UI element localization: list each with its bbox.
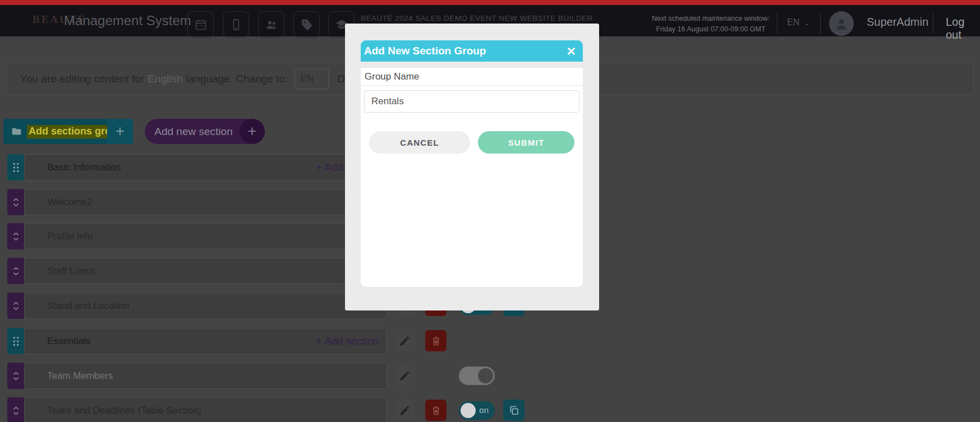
section-row: Team Members	[0, 363, 980, 389]
cancel-button[interactable]: CANCEL	[369, 131, 470, 154]
section-group-box: Essentials + Add section	[24, 328, 387, 354]
section-group-row: Essentials + Add section	[0, 328, 980, 354]
section-box: Team Members	[24, 363, 387, 389]
submit-button[interactable]: SUBMIT	[478, 131, 574, 154]
reorder-handle[interactable]	[7, 397, 24, 422]
add-new-section-label: Add new section	[154, 126, 232, 138]
chevron-up-down-icon	[11, 300, 21, 312]
nav-calendar-button[interactable]	[187, 11, 214, 38]
username: SuperAdmin	[867, 16, 928, 29]
section-group-box: Basic Information + Add section	[24, 154, 387, 180]
maintenance-line1: Next scheduled maintenance window:	[649, 13, 772, 24]
plus-icon: +	[107, 119, 133, 144]
people-icon	[265, 18, 278, 31]
edit-button[interactable]	[394, 400, 415, 421]
group-name-label: Group Name	[365, 71, 419, 82]
change-language-value: EN	[301, 73, 314, 85]
add-sections-group-button[interactable]: Add sections group +	[3, 119, 133, 144]
navbar-language-select[interactable]: EN ⌄	[787, 17, 810, 27]
person-icon	[833, 15, 850, 32]
pencil-icon	[399, 335, 411, 347]
reorder-handle[interactable]	[7, 258, 24, 284]
copy-icon	[508, 405, 520, 416]
section-row: Tasks and Deadlines (Table Section) on	[0, 397, 980, 422]
maintenance-notice: Next scheduled maintenance window: Frida…	[649, 13, 772, 35]
chevron-down-icon: ⌄	[804, 19, 810, 27]
visibility-toggle[interactable]: on	[459, 401, 495, 420]
grip-dots-icon	[11, 336, 21, 347]
change-language-select[interactable]: EN ⌄	[295, 69, 329, 89]
plus-icon: +	[240, 119, 265, 144]
pencil-icon	[399, 405, 411, 416]
chevron-down-icon: ⌄	[318, 75, 323, 82]
delete-button[interactable]	[425, 330, 447, 351]
screen: BEAUTÉ Management System	[0, 0, 980, 422]
grip-dots-icon	[11, 162, 21, 173]
reorder-handle[interactable]	[7, 223, 24, 249]
reorder-handle[interactable]	[7, 189, 24, 215]
avatar[interactable]	[829, 11, 854, 36]
section-box: Welcome2	[24, 189, 387, 215]
visibility-toggle[interactable]	[459, 367, 495, 385]
delete-button[interactable]	[425, 400, 447, 421]
maintenance-line2: Friday 16 August 07:00-09:00 GMT	[649, 24, 772, 35]
dialog-header: Add New Section Group ✕	[361, 40, 583, 62]
section-title: Stand and Location	[47, 300, 130, 312]
section-title: Welcome2	[47, 197, 92, 208]
drag-handle[interactable]	[7, 154, 24, 180]
group-name-input[interactable]	[364, 90, 579, 113]
drag-handle[interactable]	[7, 328, 24, 354]
duplicate-button[interactable]	[503, 400, 524, 421]
dialog-body: Group Name CANCEL SUBMIT	[361, 68, 583, 287]
add-section-link[interactable]: + Add section	[316, 335, 379, 347]
close-icon: ✕	[566, 45, 576, 58]
nav-mobile-button[interactable]	[223, 11, 249, 38]
chevron-up-down-icon	[11, 370, 21, 382]
modal-backdrop: Add New Section Group ✕ Group Name CANCE…	[345, 24, 599, 310]
dialog-title: Add New Section Group	[364, 45, 486, 57]
close-button[interactable]: ✕	[566, 45, 576, 57]
folder-icon	[11, 126, 22, 137]
edit-button[interactable]	[394, 365, 415, 386]
logout-link[interactable]: Log out	[946, 16, 980, 41]
add-new-section-button[interactable]: Add new section +	[145, 119, 265, 144]
divider	[933, 13, 933, 34]
section-title: Staff Lunch	[47, 266, 95, 277]
section-box: Stand and Location	[24, 293, 387, 319]
reorder-handle[interactable]	[7, 293, 24, 319]
section-box: Tasks and Deadlines (Table Section)	[24, 397, 387, 422]
toggle-knob	[461, 403, 476, 418]
mobile-icon	[229, 18, 243, 31]
top-accent-bar	[0, 0, 980, 5]
section-title: Tasks and Deadlines (Table Section)	[47, 405, 201, 416]
info-text-middle: language. Change to:	[186, 73, 288, 85]
section-group-title: Basic Information	[47, 162, 121, 173]
edit-button[interactable]	[394, 330, 415, 351]
app-title: Management System	[64, 13, 191, 29]
add-section-group-dialog: Add New Section Group ✕ Group Name CANCE…	[361, 40, 583, 287]
divider	[777, 13, 777, 34]
section-title: Profile Info	[47, 231, 93, 242]
reorder-handle[interactable]	[7, 363, 24, 389]
calendar-icon	[194, 18, 208, 31]
section-box: Profile Info	[24, 223, 387, 249]
trash-icon	[430, 335, 442, 347]
chevron-up-down-icon	[11, 266, 21, 277]
toggle-label: on	[479, 405, 489, 415]
toggle-knob	[478, 368, 493, 383]
current-language: English	[148, 73, 182, 85]
event-title: BEAUTÉ 2024 SALES DEMO EVENT NEW WEBSITE…	[359, 14, 595, 22]
pencil-icon	[399, 370, 411, 382]
nav-tag-button[interactable]	[293, 11, 320, 38]
chevron-up-down-icon	[11, 231, 21, 242]
nav-people-button[interactable]	[258, 11, 284, 38]
divider	[820, 13, 821, 34]
chevron-up-down-icon	[11, 405, 21, 416]
dialog-buttons: CANCEL SUBMIT	[361, 131, 583, 154]
tag-icon	[300, 18, 314, 31]
info-text-prefix: You are editing content for	[20, 73, 144, 85]
navbar-language-value: EN	[787, 17, 799, 27]
field-label-row: Group Name	[361, 68, 583, 86]
chevron-up-down-icon	[11, 197, 21, 208]
section-title: Team Members	[47, 370, 113, 382]
